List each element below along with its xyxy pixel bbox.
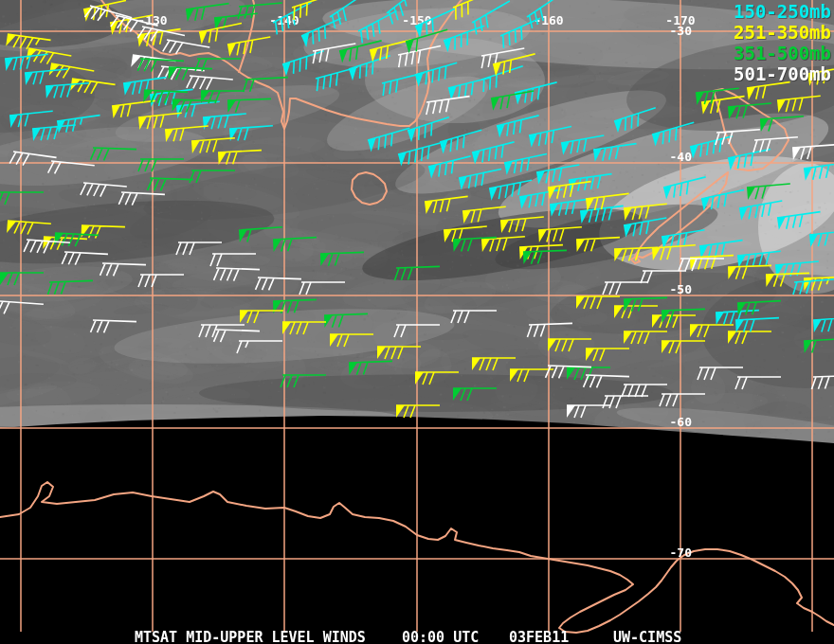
- barb-pennant: [701, 101, 712, 115]
- wind-barb: [809, 230, 834, 247]
- barb-pennant: [273, 301, 281, 313]
- barb-staff: [91, 148, 136, 162]
- barb-pennant: [777, 217, 788, 230]
- wind-barb: [567, 367, 610, 380]
- wind-barb: [349, 361, 392, 375]
- barb-pennant: [576, 296, 585, 309]
- barb-pennant: [760, 118, 770, 132]
- wind-barb: [728, 265, 771, 279]
- barb-staff: [396, 45, 444, 67]
- wind-barb: [444, 226, 488, 242]
- wind-barb: [523, 250, 567, 264]
- coastline: [352, 172, 387, 205]
- barb-pennant: [739, 206, 750, 220]
- barb-pennant: [652, 247, 662, 260]
- barb-staff: [195, 59, 241, 71]
- lat-label--40: -40: [670, 150, 693, 164]
- wind-barb: [527, 323, 572, 337]
- barb-staff: [735, 318, 780, 332]
- wind-barb: [62, 252, 108, 266]
- satellite-wind-display: -130-140-150-160-170-30-40-50-60-70 150-…: [0, 0, 834, 644]
- barb-staff: [91, 320, 136, 334]
- wind-barb: [548, 339, 591, 351]
- barb-pennant: [500, 220, 510, 233]
- wind-barb: [593, 144, 638, 162]
- barb-pennant: [614, 306, 623, 318]
- barb-staff: [5, 54, 49, 71]
- barb-pennant: [9, 115, 19, 128]
- lat-label--60: -60: [670, 415, 693, 429]
- wind-barb: [186, 4, 230, 22]
- barb-pennant: [510, 369, 518, 382]
- wind-barb: [0, 301, 44, 316]
- lat-label--50: -50: [670, 282, 693, 296]
- barb-pennant: [191, 140, 201, 153]
- barb-pennant: [538, 229, 548, 242]
- barb-pennant: [728, 331, 736, 344]
- wind-barb: [715, 130, 761, 145]
- barb-pennant: [792, 147, 802, 160]
- barb-staff: [57, 116, 101, 134]
- wind-barb: [82, 225, 125, 240]
- barb-staff: [138, 275, 184, 287]
- wind-barb: [489, 180, 535, 201]
- barb-pennant: [561, 141, 571, 154]
- wind-barb: [320, 252, 364, 266]
- wind-barb: [356, 10, 402, 43]
- wind-barb: [428, 156, 474, 179]
- wind-barb: [100, 263, 146, 277]
- wind-barb: [652, 122, 698, 146]
- wind-barb: [396, 45, 444, 67]
- barb-pennant: [227, 100, 236, 113]
- barb-staff: [470, 1, 516, 34]
- barb-pennant: [519, 195, 530, 208]
- caption-date: 03FEB11: [509, 629, 569, 644]
- wind-barb: [775, 261, 820, 277]
- wind-barb: [70, 79, 115, 97]
- barb-pennant: [203, 116, 212, 130]
- barb-staff: [811, 375, 834, 389]
- wind-barb: [81, 183, 127, 199]
- wind-barb: [603, 282, 648, 295]
- barb-staff: [690, 256, 734, 270]
- barb-staff: [500, 217, 545, 233]
- barb-pennant: [462, 210, 472, 224]
- wind-barb: [377, 347, 421, 359]
- barb-pennant: [728, 106, 737, 119]
- barb-pennant: [282, 322, 291, 334]
- barb-pennant: [240, 311, 248, 323]
- caption-credit: UW-CIMSS: [613, 629, 681, 644]
- barb-staff: [603, 396, 648, 408]
- barb-staff: [190, 170, 235, 183]
- barb-staff: [229, 126, 274, 141]
- barb-staff: [32, 125, 77, 141]
- wind-barb: [576, 238, 621, 252]
- barb-staff: [148, 178, 193, 192]
- barb-staff: [580, 206, 625, 224]
- lon-label--160: -160: [534, 13, 563, 27]
- wind-barb: [614, 306, 658, 318]
- wind-barb: [137, 59, 184, 73]
- wind-barb: [472, 358, 516, 370]
- barb-staff: [777, 96, 822, 113]
- wind-barb: [728, 331, 771, 344]
- wind-barb: [368, 128, 413, 152]
- wind-barb: [804, 339, 834, 353]
- wind-barb: [811, 375, 834, 389]
- barb-pennant: [0, 273, 9, 285]
- barb-staff: [191, 138, 236, 153]
- barb-pennant: [112, 105, 122, 118]
- barb-staff: [584, 375, 629, 389]
- barb-pennant: [491, 97, 501, 110]
- barb-pennant: [550, 204, 560, 217]
- barb-staff: [45, 83, 90, 98]
- barb-staff: [624, 218, 669, 238]
- barb-staff: [214, 268, 260, 282]
- barb-pennant: [45, 85, 55, 98]
- wind-barb: [227, 98, 271, 113]
- wind-barb: [652, 315, 696, 328]
- legend-item-150-250mb: 150-250mb: [734, 1, 831, 22]
- barb-pennant: [123, 82, 134, 96]
- wind-barb: [813, 317, 834, 332]
- wind-barb: [747, 82, 791, 100]
